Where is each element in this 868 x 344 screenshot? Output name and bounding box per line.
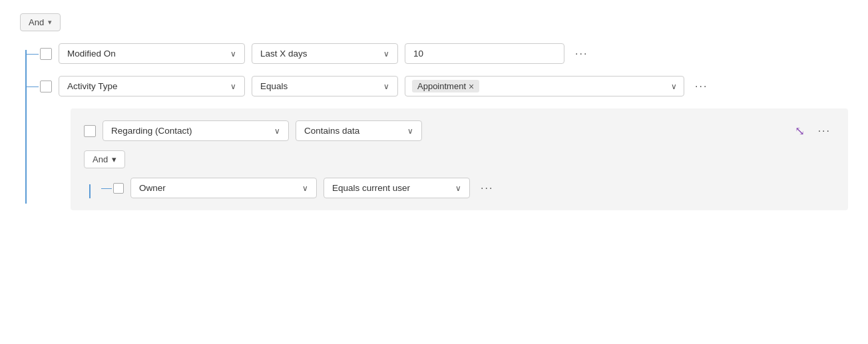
filter-row-modified-on: Modified On ∨ Last X days ∨ ··· (40, 43, 848, 64)
collapse-icon-symbol: ⤡ (795, 124, 805, 138)
appointment-tag: Appointment × (412, 80, 479, 92)
nested-ellipsis-button[interactable]: ··· (477, 180, 497, 197)
row-line-2 (25, 86, 39, 87)
field-label-owner: Owner (139, 183, 166, 193)
nested-line (101, 188, 112, 189)
field-label-modified-on: Modified On (67, 49, 116, 59)
field-label-regarding: Regarding (Contact) (111, 126, 192, 136)
tag-close-icon[interactable]: × (469, 82, 474, 91)
and-label: And (29, 17, 44, 27)
operator-chevron-icon-2: ∨ (383, 82, 389, 91)
tag-label: Appointment (417, 81, 466, 91)
nested-checkbox[interactable] (113, 183, 124, 194)
sub-row-regarding: Regarding (Contact) ∨ Contains data ∨ ⤡ … (84, 120, 835, 141)
operator-chevron-icon-1: ∨ (383, 49, 389, 59)
row1-checkbox[interactable] (40, 48, 52, 60)
field-dropdown-regarding[interactable]: Regarding (Contact) ∨ (103, 120, 289, 141)
operator-label-equals-current-user: Equals current user (332, 183, 410, 193)
row-line-1 (25, 54, 39, 55)
main-vertical-line (25, 50, 27, 204)
sub-row-ellipsis-button[interactable]: ··· (814, 122, 835, 140)
operator-chevron-icon-sub: ∨ (407, 126, 413, 136)
field-chevron-icon-nested: ∨ (302, 184, 308, 193)
and-chevron-icon: ▾ (48, 18, 52, 27)
collapse-icon[interactable]: ⤡ (792, 121, 807, 141)
operator-dropdown-equals-current-user[interactable]: Equals current user ∨ (324, 178, 470, 198)
row1-ellipsis-button[interactable]: ··· (571, 45, 592, 63)
field-chevron-icon-1: ∨ (230, 49, 236, 59)
operator-dropdown-contains-data[interactable]: Contains data ∨ (296, 120, 422, 141)
operator-label-contains-data: Contains data (304, 126, 359, 136)
nested-row-owner: Owner ∨ Equals current user ∨ ··· (113, 178, 835, 198)
row2-checkbox[interactable] (40, 81, 52, 92)
operator-label-equals: Equals (260, 81, 288, 91)
filter-row-activity-type: Activity Type ∨ Equals ∨ Appointment × ∨… (40, 76, 848, 96)
field-dropdown-activity-type[interactable]: Activity Type ∨ (59, 76, 245, 96)
sub-and-label: And (93, 154, 108, 164)
sub-row-checkbox[interactable] (84, 125, 96, 137)
operator-dropdown-equals[interactable]: Equals ∨ (252, 76, 398, 96)
field-dropdown-modified-on[interactable]: Modified On ∨ (59, 43, 245, 64)
top-and-button[interactable]: And ▾ (20, 13, 61, 31)
row2-ellipsis-button[interactable]: ··· (691, 78, 712, 95)
field-chevron-icon-sub: ∨ (274, 126, 280, 136)
tag-dropdown-chevron: ∨ (671, 82, 677, 91)
operator-dropdown-last-x-days[interactable]: Last X days ∨ (252, 43, 398, 64)
operator-label-last-x-days: Last X days (260, 49, 308, 59)
sub-and-button[interactable]: And ▾ (84, 150, 125, 168)
field-chevron-icon-2: ∨ (230, 82, 236, 91)
sub-vertical-line (89, 184, 91, 198)
tag-dropdown-appointment[interactable]: Appointment × ∨ (405, 76, 684, 96)
value-input-row1[interactable] (405, 43, 564, 64)
sub-and-chevron-icon: ▾ (112, 154, 116, 164)
sub-section: Regarding (Contact) ∨ Contains data ∨ ⤡ … (71, 108, 848, 210)
field-label-activity-type: Activity Type (67, 81, 118, 91)
field-dropdown-owner[interactable]: Owner ∨ (130, 178, 317, 198)
operator-chevron-icon-nested: ∨ (455, 184, 461, 193)
